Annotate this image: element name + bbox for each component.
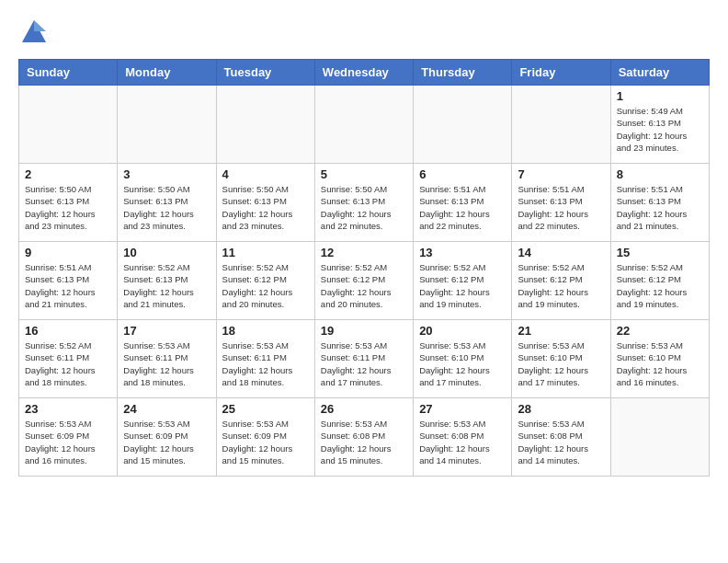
- calendar-cell: 27Sunrise: 5:53 AMSunset: 6:08 PMDayligh…: [414, 398, 512, 477]
- calendar-cell: 10Sunrise: 5:52 AMSunset: 6:13 PMDayligh…: [118, 242, 216, 320]
- calendar-cell: 21Sunrise: 5:53 AMSunset: 6:10 PMDayligh…: [512, 320, 610, 398]
- calendar-cell: 24Sunrise: 5:53 AMSunset: 6:09 PMDayligh…: [118, 398, 216, 477]
- day-info: Sunrise: 5:53 AMSunset: 6:09 PMDaylight:…: [123, 418, 210, 466]
- day-number: 17: [123, 324, 210, 338]
- calendar-cell: [314, 86, 413, 164]
- day-info: Sunrise: 5:52 AMSunset: 6:11 PMDaylight:…: [25, 339, 111, 388]
- calendar-cell: [512, 86, 610, 164]
- calendar-cell: 20Sunrise: 5:53 AMSunset: 6:10 PMDayligh…: [414, 320, 512, 398]
- logo: [18, 18, 50, 50]
- week-row-5: 23Sunrise: 5:53 AMSunset: 6:09 PMDayligh…: [19, 398, 710, 477]
- day-number: 7: [518, 167, 604, 181]
- calendar-cell: 7Sunrise: 5:51 AMSunset: 6:13 PMDaylight…: [512, 164, 610, 242]
- day-number: 27: [419, 402, 506, 416]
- day-info: Sunrise: 5:53 AMSunset: 6:10 PMDaylight:…: [518, 339, 604, 388]
- weekday-header-friday: Friday: [512, 60, 610, 86]
- day-info: Sunrise: 5:51 AMSunset: 6:13 PMDaylight:…: [617, 183, 703, 232]
- logo-icon: [20, 18, 48, 44]
- day-info: Sunrise: 5:50 AMSunset: 6:13 PMDaylight:…: [25, 183, 111, 232]
- day-number: 4: [222, 167, 309, 181]
- calendar-cell: 9Sunrise: 5:51 AMSunset: 6:13 PMDaylight…: [19, 242, 118, 320]
- calendar-cell: 22Sunrise: 5:53 AMSunset: 6:10 PMDayligh…: [610, 320, 709, 398]
- day-info: Sunrise: 5:53 AMSunset: 6:08 PMDaylight:…: [518, 418, 604, 466]
- calendar-cell: 5Sunrise: 5:50 AMSunset: 6:13 PMDaylight…: [314, 164, 413, 242]
- day-number: 10: [123, 246, 210, 259]
- day-number: 11: [222, 246, 309, 259]
- calendar-cell: [19, 86, 118, 164]
- svg-marker-1: [34, 20, 46, 31]
- day-number: 16: [25, 324, 111, 338]
- day-info: Sunrise: 5:49 AMSunset: 6:13 PMDaylight:…: [617, 105, 703, 154]
- day-number: 1: [617, 89, 703, 103]
- day-number: 13: [419, 246, 506, 259]
- day-number: 6: [419, 167, 506, 181]
- weekday-header-wednesday: Wednesday: [314, 60, 413, 86]
- calendar-cell: 8Sunrise: 5:51 AMSunset: 6:13 PMDaylight…: [610, 164, 709, 242]
- day-number: 28: [518, 402, 604, 416]
- week-row-2: 2Sunrise: 5:50 AMSunset: 6:13 PMDaylight…: [19, 164, 710, 242]
- day-info: Sunrise: 5:51 AMSunset: 6:13 PMDaylight:…: [25, 261, 111, 310]
- calendar-cell: 13Sunrise: 5:52 AMSunset: 6:12 PMDayligh…: [414, 242, 512, 320]
- calendar-cell: 11Sunrise: 5:52 AMSunset: 6:12 PMDayligh…: [216, 242, 314, 320]
- day-info: Sunrise: 5:53 AMSunset: 6:08 PMDaylight:…: [419, 418, 506, 466]
- calendar-cell: [118, 86, 216, 164]
- day-info: Sunrise: 5:53 AMSunset: 6:11 PMDaylight:…: [222, 339, 309, 388]
- calendar-cell: 15Sunrise: 5:52 AMSunset: 6:12 PMDayligh…: [610, 242, 709, 320]
- weekday-header-monday: Monday: [118, 60, 216, 86]
- day-number: 9: [25, 246, 111, 259]
- calendar-cell: 14Sunrise: 5:52 AMSunset: 6:12 PMDayligh…: [512, 242, 610, 320]
- weekday-header-tuesday: Tuesday: [216, 60, 314, 86]
- day-info: Sunrise: 5:52 AMSunset: 6:12 PMDaylight:…: [222, 261, 309, 310]
- weekday-header-row: SundayMondayTuesdayWednesdayThursdayFrid…: [19, 60, 710, 86]
- day-number: 26: [321, 402, 407, 416]
- day-number: 18: [222, 324, 309, 338]
- day-number: 3: [123, 167, 210, 181]
- day-number: 5: [321, 167, 407, 181]
- day-number: 22: [617, 324, 703, 338]
- calendar-cell: 28Sunrise: 5:53 AMSunset: 6:08 PMDayligh…: [512, 398, 610, 477]
- calendar-cell: 26Sunrise: 5:53 AMSunset: 6:08 PMDayligh…: [314, 398, 413, 477]
- day-info: Sunrise: 5:53 AMSunset: 6:10 PMDaylight:…: [617, 339, 703, 388]
- weekday-header-saturday: Saturday: [610, 60, 709, 86]
- week-row-3: 9Sunrise: 5:51 AMSunset: 6:13 PMDaylight…: [19, 242, 710, 320]
- day-info: Sunrise: 5:53 AMSunset: 6:11 PMDaylight:…: [123, 339, 210, 388]
- day-info: Sunrise: 5:53 AMSunset: 6:08 PMDaylight:…: [321, 418, 407, 466]
- calendar-cell: 1Sunrise: 5:49 AMSunset: 6:13 PMDaylight…: [610, 86, 709, 164]
- day-info: Sunrise: 5:50 AMSunset: 6:13 PMDaylight:…: [321, 183, 407, 232]
- day-info: Sunrise: 5:53 AMSunset: 6:10 PMDaylight:…: [419, 339, 506, 388]
- calendar-cell: [610, 398, 709, 477]
- day-info: Sunrise: 5:53 AMSunset: 6:09 PMDaylight:…: [222, 418, 309, 466]
- calendar-cell: 17Sunrise: 5:53 AMSunset: 6:11 PMDayligh…: [118, 320, 216, 398]
- calendar-cell: [414, 86, 512, 164]
- calendar-table: SundayMondayTuesdayWednesdayThursdayFrid…: [18, 59, 710, 477]
- day-info: Sunrise: 5:52 AMSunset: 6:13 PMDaylight:…: [123, 261, 210, 310]
- week-row-4: 16Sunrise: 5:52 AMSunset: 6:11 PMDayligh…: [19, 320, 710, 398]
- day-info: Sunrise: 5:52 AMSunset: 6:12 PMDaylight:…: [419, 261, 506, 310]
- day-info: Sunrise: 5:52 AMSunset: 6:12 PMDaylight:…: [518, 261, 604, 310]
- calendar-cell: 3Sunrise: 5:50 AMSunset: 6:13 PMDaylight…: [118, 164, 216, 242]
- day-info: Sunrise: 5:50 AMSunset: 6:13 PMDaylight:…: [123, 183, 210, 232]
- day-number: 21: [518, 324, 604, 338]
- day-number: 8: [617, 167, 703, 181]
- day-number: 2: [25, 167, 111, 181]
- day-number: 24: [123, 402, 210, 416]
- day-number: 12: [321, 246, 407, 259]
- day-info: Sunrise: 5:51 AMSunset: 6:13 PMDaylight:…: [518, 183, 604, 232]
- day-info: Sunrise: 5:52 AMSunset: 6:12 PMDaylight:…: [617, 261, 703, 310]
- day-number: 25: [222, 402, 309, 416]
- day-number: 15: [617, 246, 703, 259]
- day-number: 14: [518, 246, 604, 259]
- weekday-header-sunday: Sunday: [19, 60, 118, 86]
- day-number: 19: [321, 324, 407, 338]
- calendar-cell: 23Sunrise: 5:53 AMSunset: 6:09 PMDayligh…: [19, 398, 118, 477]
- calendar-cell: 4Sunrise: 5:50 AMSunset: 6:13 PMDaylight…: [216, 164, 314, 242]
- week-row-1: 1Sunrise: 5:49 AMSunset: 6:13 PMDaylight…: [19, 86, 710, 164]
- calendar-cell: 18Sunrise: 5:53 AMSunset: 6:11 PMDayligh…: [216, 320, 314, 398]
- calendar-cell: 19Sunrise: 5:53 AMSunset: 6:11 PMDayligh…: [314, 320, 413, 398]
- day-number: 23: [25, 402, 111, 416]
- calendar-cell: 16Sunrise: 5:52 AMSunset: 6:11 PMDayligh…: [19, 320, 118, 398]
- calendar-cell: [216, 86, 314, 164]
- day-info: Sunrise: 5:50 AMSunset: 6:13 PMDaylight:…: [222, 183, 309, 232]
- day-info: Sunrise: 5:51 AMSunset: 6:13 PMDaylight:…: [419, 183, 506, 232]
- day-number: 20: [419, 324, 506, 338]
